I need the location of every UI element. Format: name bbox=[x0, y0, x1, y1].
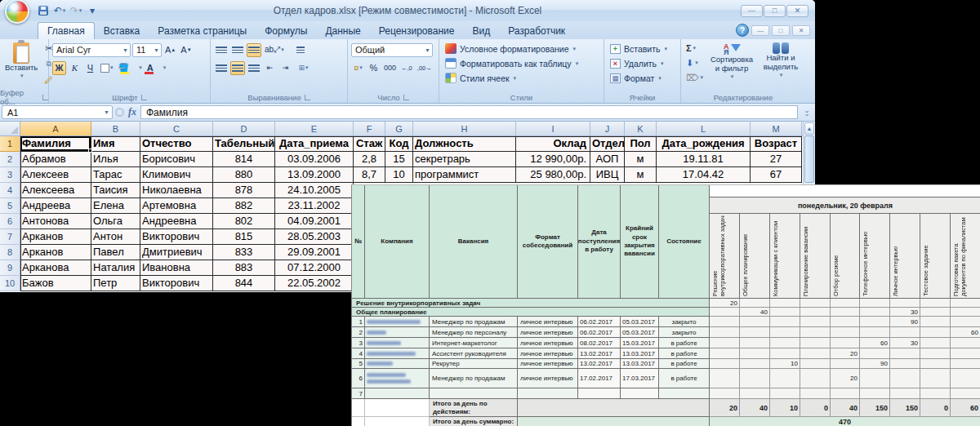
hr-value-cat2-c2[interactable]: 40 bbox=[740, 308, 770, 317]
scroll-up-icon[interactable]: ▲ bbox=[804, 122, 814, 135]
cell-F2[interactable]: 2,8 bbox=[354, 152, 385, 167]
row-header-6[interactable]: 6 bbox=[0, 214, 20, 229]
cell-A7[interactable]: Арканов bbox=[20, 229, 91, 245]
cell-D6[interactable]: 802 bbox=[213, 214, 275, 229]
cell-J1[interactable]: Отдел bbox=[590, 136, 625, 152]
minimize-button[interactable]: — bbox=[741, 5, 763, 17]
hr-cell-r6-company[interactable] bbox=[365, 369, 430, 388]
column-header-G[interactable]: G bbox=[385, 122, 413, 136]
cell-E10[interactable]: 22.05.2002 bbox=[275, 276, 354, 291]
font-name-combo[interactable]: Arial Cyr▼ bbox=[52, 43, 131, 57]
percent-style-button[interactable]: % bbox=[367, 61, 381, 75]
grow-font-button[interactable]: А▲ bbox=[163, 43, 177, 57]
hr-value-r7-c4[interactable] bbox=[800, 388, 831, 399]
align-right-button[interactable] bbox=[247, 61, 261, 75]
cell-B6[interactable]: Ольга bbox=[91, 214, 140, 229]
hr-value-r1-c9[interactable] bbox=[951, 317, 980, 327]
cell-C7[interactable]: Викторович bbox=[140, 229, 213, 245]
cell-G2[interactable]: 15 bbox=[385, 152, 413, 167]
align-top-button[interactable] bbox=[214, 43, 229, 57]
italic-button[interactable]: К bbox=[68, 61, 82, 75]
hr-tracker-window[interactable]: №КомпанияВакансияФормат собеседованийДат… bbox=[351, 184, 980, 426]
hr-action-header-3[interactable]: Коммуникации с клиентом bbox=[770, 214, 800, 299]
cell-B9[interactable]: Наталия bbox=[91, 260, 140, 276]
tab-Вставка[interactable]: Вставка bbox=[95, 23, 149, 39]
autosum-button[interactable]: Σ▾ bbox=[684, 42, 705, 55]
formula-input[interactable]: Фамилия bbox=[140, 105, 798, 119]
hr-value-r7-c5[interactable] bbox=[831, 388, 860, 399]
cell-A6[interactable]: Антонова bbox=[20, 214, 91, 229]
hr-value-cat1-c3[interactable] bbox=[770, 299, 800, 308]
shrink-font-button[interactable]: А▼ bbox=[179, 43, 193, 57]
hr-total-c2[interactable]: 40 bbox=[740, 399, 770, 417]
hr-value-r4-c1[interactable] bbox=[710, 348, 740, 359]
hr-value-cat1-c1[interactable]: 20 bbox=[710, 299, 740, 308]
redo-button[interactable]: ↷▾ bbox=[69, 4, 83, 18]
cell-K1[interactable]: Пол bbox=[625, 136, 657, 152]
hr-cell-r7-format[interactable] bbox=[518, 388, 578, 399]
hr-cell-r6-vacancy[interactable]: Менеджер по продажам bbox=[430, 369, 518, 388]
hr-total-c1[interactable]: 20 bbox=[710, 399, 740, 417]
cell-K2[interactable]: м bbox=[625, 152, 657, 167]
column-header-M[interactable]: M bbox=[751, 122, 802, 136]
hr-value-r1-c8[interactable] bbox=[920, 317, 951, 327]
hr-cell-r1-date-start[interactable]: 06.02.2017 bbox=[578, 317, 621, 327]
cell-E6[interactable]: 04.09.2001 bbox=[275, 214, 354, 229]
hr-total-c7[interactable]: 150 bbox=[890, 399, 920, 417]
fill-color-button[interactable]: 🪣▾ bbox=[117, 61, 144, 75]
hr-cell-r4-num[interactable]: 4 bbox=[352, 348, 365, 359]
hr-category-label[interactable]: Решение внутрикорпоративных задач bbox=[352, 299, 710, 308]
help-icon[interactable]: ? bbox=[736, 24, 749, 37]
align-center-button[interactable] bbox=[230, 61, 245, 75]
column-header-L[interactable]: L bbox=[657, 122, 751, 136]
font-color-button[interactable]: А▾ bbox=[145, 61, 167, 75]
cell-C8[interactable]: Дмитриевич bbox=[140, 245, 213, 260]
hr-value-r6-c7[interactable] bbox=[890, 369, 920, 388]
title-bar[interactable]: ↶▾ ↷▾ ▾ Отдел кадров.xlsx [Режим совмест… bbox=[0, 0, 815, 21]
column-header-I[interactable]: I bbox=[516, 122, 590, 136]
cell-B4[interactable]: Таисия bbox=[91, 183, 140, 198]
number-format-combo[interactable]: Общий▼ bbox=[351, 43, 433, 57]
hr-cell-r4-deadline[interactable]: 13.03.2017 bbox=[621, 348, 659, 359]
hr-cell-r5-format[interactable]: личное интервью bbox=[518, 359, 578, 369]
hr-cell-r7-deadline[interactable] bbox=[621, 388, 659, 399]
hr-cell-r1-deadline[interactable]: 05.03.2017 bbox=[621, 317, 659, 327]
dialog-launcher-icon[interactable] bbox=[141, 95, 147, 100]
hr-value-r6-c2[interactable] bbox=[740, 369, 770, 388]
hr-cell-r4-date-start[interactable]: 13.02.2017 bbox=[578, 348, 621, 359]
hr-value-r6-c4[interactable] bbox=[800, 369, 831, 388]
cell-B2[interactable]: Илья bbox=[91, 152, 140, 167]
cell-D5[interactable]: 882 bbox=[213, 198, 275, 214]
hr-cell-r1-num[interactable]: 1 bbox=[352, 317, 365, 327]
hr-total-c9[interactable]: 60 bbox=[951, 399, 980, 417]
tab-Формулы[interactable]: Формулы bbox=[256, 23, 316, 39]
hr-column-header-company[interactable]: Компания bbox=[365, 185, 430, 299]
cell-J2[interactable]: АОП bbox=[590, 152, 625, 167]
cell-I2[interactable]: 12 990,00р. bbox=[516, 152, 590, 167]
cell-L3[interactable]: 17.04.42 bbox=[657, 167, 751, 183]
hr-column-header-state[interactable]: Состояние bbox=[659, 185, 710, 299]
paste-button[interactable]: Вставить ▾ bbox=[3, 42, 39, 91]
hr-value-r2-c2[interactable] bbox=[740, 327, 770, 338]
hr-value-r3-c2[interactable] bbox=[740, 338, 770, 348]
hr-value-r4-c2[interactable] bbox=[740, 348, 770, 359]
align-left-button[interactable] bbox=[214, 61, 229, 75]
hr-value-cat1-c6[interactable] bbox=[860, 299, 890, 308]
cell-D4[interactable]: 878 bbox=[213, 183, 275, 198]
cell-C1[interactable]: Отчество bbox=[140, 136, 213, 152]
tab-Главная[interactable]: Главная bbox=[38, 22, 95, 39]
hr-action-header-1[interactable]: Решение внутрикорпоративных задач bbox=[710, 214, 740, 299]
dialog-launcher-icon[interactable] bbox=[305, 95, 310, 100]
cell-F3[interactable]: 8,7 bbox=[354, 167, 385, 183]
save-button[interactable] bbox=[36, 4, 51, 18]
cell-M1[interactable]: Возраст bbox=[751, 136, 802, 152]
row-header-7[interactable]: 7 bbox=[0, 229, 20, 245]
hr-value-r4-c7[interactable] bbox=[890, 348, 920, 359]
hr-value-r4-c8[interactable] bbox=[920, 348, 951, 359]
office-button-icon[interactable] bbox=[5, 0, 29, 24]
hr-cell-r3-date-start[interactable]: 08.02.2017 bbox=[578, 338, 621, 348]
hr-cell-r7-company[interactable] bbox=[365, 388, 430, 399]
hr-action-header-4[interactable]: Планирование вакансии bbox=[800, 214, 831, 299]
hr-cell-r6-format[interactable]: личное интервью bbox=[518, 369, 578, 388]
align-bottom-button[interactable] bbox=[247, 43, 261, 57]
